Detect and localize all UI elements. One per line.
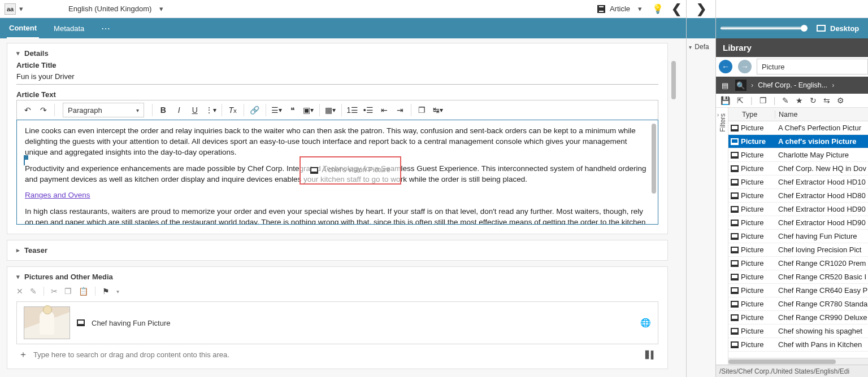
picture-icon bbox=[731, 328, 739, 335]
library-row[interactable]: PictureChef with Pans in Kitchen bbox=[728, 338, 868, 352]
outdent-icon[interactable]: ⇤ bbox=[377, 103, 392, 117]
input-article-title[interactable]: Fun is your Driver bbox=[16, 71, 658, 85]
library-grid-header: Type Name bbox=[728, 108, 868, 121]
library-hscrollbar[interactable] bbox=[728, 358, 868, 365]
library-row[interactable]: PictureChef having Fun Picture bbox=[728, 230, 868, 243]
library-row[interactable]: PictureChef Range CR520 Basic I bbox=[728, 270, 868, 284]
breadcrumb-label[interactable]: Chef Corp. - English... bbox=[758, 81, 827, 89]
row-type: Picture bbox=[741, 300, 775, 308]
panel-teaser-header[interactable]: ▸ Teaser bbox=[16, 246, 658, 255]
refresh-icon[interactable]: ↻ bbox=[810, 96, 817, 105]
numbered-list-icon[interactable]: 1☰ bbox=[345, 103, 360, 117]
paste-icon[interactable]: 📋 bbox=[79, 287, 88, 296]
stats-icon[interactable]: ▋▌ bbox=[645, 350, 656, 359]
app-logo-icon[interactable]: aa bbox=[5, 3, 16, 15]
withdraw-icon[interactable]: ⇱ bbox=[737, 96, 744, 105]
expand-right-icon[interactable]: ❯ bbox=[696, 2, 706, 16]
chevron-down-icon[interactable]: ▾ bbox=[116, 288, 119, 295]
hint-bulb-icon[interactable]: 💡 bbox=[652, 3, 663, 14]
library-row[interactable]: PictureCharlotte May Picture bbox=[728, 148, 868, 162]
picture-entry[interactable]: Chef having Fun Picture 🌐 bbox=[16, 301, 658, 344]
row-name: Chef with Pans in Kitchen bbox=[775, 340, 868, 349]
doctype-selector[interactable]: Article bbox=[610, 5, 630, 13]
cut-icon[interactable]: ✂ bbox=[51, 287, 58, 296]
language-selector[interactable]: English (United Kingdom) bbox=[68, 5, 151, 13]
richtext-editor: ↶ ↷ Paragraph ▾ B I U ⋮▾ Tx bbox=[16, 100, 658, 225]
find-replace-icon[interactable]: ↹▾ bbox=[431, 103, 445, 117]
edit-icon[interactable]: ✎ bbox=[30, 287, 37, 296]
copy-icon[interactable]: ❐ bbox=[760, 96, 767, 105]
filters-tab[interactable]: › Filters bbox=[716, 108, 728, 365]
indent-icon[interactable]: ⇥ bbox=[393, 103, 407, 117]
clear-format-icon[interactable]: Tx bbox=[225, 103, 240, 117]
chevron-right-icon[interactable]: › bbox=[832, 81, 834, 89]
chevron-down-icon[interactable]: ▾ bbox=[159, 5, 163, 13]
nav-back-button[interactable]: ← bbox=[716, 57, 735, 76]
redo-icon[interactable]: ↷ bbox=[36, 103, 51, 117]
rte-scrollbar[interactable] bbox=[652, 124, 656, 221]
edit-icon[interactable]: ✎ bbox=[782, 96, 789, 105]
chevron-down-icon[interactable]: ▾ bbox=[638, 5, 642, 13]
undo-icon[interactable]: ↶ bbox=[20, 103, 35, 117]
align-icon[interactable]: ☰▾ bbox=[270, 103, 284, 117]
nav-forward-button[interactable]: → bbox=[735, 57, 754, 76]
save-icon[interactable]: 💾 bbox=[721, 96, 730, 105]
panel-pictures-header[interactable]: ▾ Pictures and Other Media bbox=[16, 273, 658, 281]
picture-icon bbox=[731, 247, 739, 253]
tree-mode-icon[interactable]: ▤ bbox=[719, 80, 731, 91]
label-article-title: Article Title bbox=[16, 61, 658, 69]
globe-icon[interactable]: 🌐 bbox=[640, 318, 651, 328]
link-icon[interactable]: 🔗 bbox=[248, 103, 262, 117]
picture-icon bbox=[731, 220, 739, 226]
library-rows: PictureA Chef's Perfection PicturPicture… bbox=[728, 121, 868, 358]
sync-icon[interactable]: ⇆ bbox=[823, 96, 830, 105]
library-row[interactable]: PictureChef Range CR780 Standa bbox=[728, 297, 868, 311]
library-row[interactable]: PictureChef Corp. New HQ in Dov bbox=[728, 162, 868, 176]
tab-content[interactable]: Content bbox=[7, 19, 39, 38]
workflow-icon[interactable]: ⚙ bbox=[837, 96, 844, 105]
tab-more-icon[interactable]: ⋯ bbox=[99, 18, 114, 39]
device-desktop-icon[interactable] bbox=[817, 25, 826, 32]
library-search-input[interactable]: Picture bbox=[757, 59, 868, 74]
rte-body[interactable]: Line cooks can even intercept the order … bbox=[16, 120, 658, 225]
col-name[interactable]: Name bbox=[775, 111, 868, 119]
bold-icon[interactable]: B bbox=[156, 103, 171, 117]
library-row[interactable]: PictureA Chef's Perfection Pictur bbox=[728, 121, 868, 135]
library-row[interactable]: PictureChef Extractor Hood HD80 bbox=[728, 189, 868, 203]
library-row[interactable]: PictureChef loving Precision Pict bbox=[728, 243, 868, 257]
logo-dropdown-icon[interactable]: ▾ bbox=[19, 5, 23, 13]
editor-tabbar: Content Metadata ⋯ bbox=[0, 18, 686, 38]
copy-icon[interactable]: ❐ bbox=[415, 103, 429, 117]
col-type[interactable]: Type bbox=[741, 111, 775, 119]
zoom-slider[interactable] bbox=[721, 27, 805, 30]
picture-drop-hint[interactable]: ＋ Type here to search or drag and drop c… bbox=[16, 344, 658, 365]
bulleted-list-icon[interactable]: •☰ bbox=[361, 103, 376, 117]
panel-details-header[interactable]: ▾ Details bbox=[16, 49, 658, 58]
star-icon[interactable]: ★ bbox=[796, 96, 803, 105]
library-row[interactable]: PictureChef Range CR1020 Prem bbox=[728, 257, 868, 270]
library-row[interactable]: PictureChef Range CR640 Easy P bbox=[728, 284, 868, 297]
copy-icon[interactable]: ❐ bbox=[64, 287, 72, 296]
library-row[interactable]: PictureChef Range CR990 Deluxe bbox=[728, 311, 868, 325]
table-icon[interactable]: ▦▾ bbox=[323, 103, 338, 117]
article-link[interactable]: Ranges and Ovens bbox=[25, 191, 90, 199]
delete-icon[interactable]: ✕ bbox=[16, 287, 23, 296]
main-scrollbar[interactable] bbox=[670, 43, 677, 376]
row-name: Chef Range CR1020 Prem bbox=[775, 259, 868, 268]
underline-icon[interactable]: U bbox=[188, 103, 202, 117]
library-row[interactable]: PictureChef Extractor Hood HD90 bbox=[728, 216, 868, 230]
library-row[interactable]: PictureA chef's vision Picture bbox=[728, 135, 868, 148]
tab-metadata[interactable]: Metadata bbox=[51, 19, 86, 38]
search-mode-icon[interactable]: 🔍 bbox=[735, 80, 747, 91]
collapse-left-icon[interactable]: ❮ bbox=[671, 2, 682, 16]
library-row[interactable]: PictureChef showing his spaghet bbox=[728, 325, 868, 338]
library-row[interactable]: PictureChef Extractor Hood HD90 bbox=[728, 203, 868, 216]
library-row[interactable]: PictureChef Extractor Hood HD10 bbox=[728, 176, 868, 189]
more-format-icon[interactable]: ⋮▾ bbox=[203, 103, 218, 117]
insert-image-icon[interactable]: ▣▾ bbox=[301, 103, 316, 117]
italic-icon[interactable]: I bbox=[172, 103, 186, 117]
caret-down-icon[interactable]: ▾ bbox=[689, 44, 692, 50]
quote-icon[interactable]: ❝ bbox=[285, 103, 300, 117]
bookmark-icon[interactable]: ⚑ bbox=[102, 287, 110, 296]
paragraph-style-select[interactable]: Paragraph ▾ bbox=[63, 103, 144, 117]
